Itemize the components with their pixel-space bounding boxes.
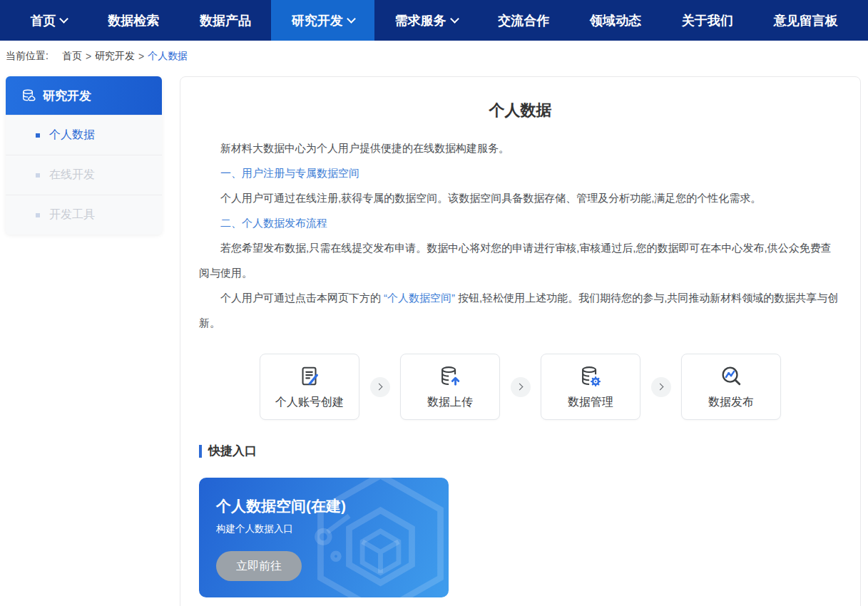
step-gap [640, 377, 681, 397]
personal-data-space-link[interactable]: “个人数据空间” [384, 292, 455, 304]
sidebar: 研究开发 个人数据 在线开发 开发工具 [6, 76, 162, 235]
nav-item-feedback-board[interactable]: 意见留言板 [753, 0, 858, 41]
nav-item-label: 研究开发 [292, 12, 343, 29]
nav-item-data-search[interactable]: 数据检索 [88, 0, 180, 41]
step-card-data-upload[interactable]: 数据上传 [400, 354, 500, 420]
step-card-account-creation[interactable]: 个人账号创建 [260, 354, 359, 420]
arrow-right-icon [651, 377, 671, 397]
arrow-right-icon [511, 377, 531, 397]
nav-item-exchange-cooperation[interactable]: 交流合作 [478, 0, 570, 41]
section-heading-2: 二、个人数据发布流程 [199, 210, 842, 235]
step-label: 数据发布 [708, 395, 754, 410]
chevron-down-icon [347, 14, 356, 24]
breadcrumb-label: 当前位置: [6, 50, 48, 63]
magnifier-chart-icon [719, 364, 743, 389]
go-now-button[interactable]: 立即前往 [216, 551, 302, 581]
breadcrumb-separator: > [138, 51, 144, 62]
intro-paragraph: 新材料大数据中心为个人用户提供便捷的在线数据构建服务。 [199, 135, 842, 160]
sidebar-item-online-dev[interactable]: 在线开发 [6, 155, 162, 195]
sidebar-item-label: 开发工具 [49, 207, 95, 222]
main-content-card: 个人数据 新材料大数据中心为个人用户提供便捷的在线数据构建服务。 一、用户注册与… [180, 76, 861, 606]
nav-item-label: 数据检索 [108, 12, 159, 29]
database-cloud-icon [21, 88, 36, 103]
chevron-down-icon [60, 14, 69, 24]
cta-paragraph: 个人用户可通过点击本网页下方的“个人数据空间”按钮,轻松使用上述功能。我们期待您… [199, 285, 842, 335]
document-edit-icon [297, 364, 322, 389]
breadcrumb-item-home[interactable]: 首页 [62, 50, 82, 63]
step-gap [359, 377, 400, 397]
nav-item-label: 关于我们 [682, 12, 733, 29]
nav-item-label: 交流合作 [498, 12, 549, 29]
arrow-right-icon [370, 377, 390, 397]
nav-item-field-news[interactable]: 领域动态 [570, 0, 662, 41]
sidebar-item-personal-data[interactable]: 个人数据 [6, 115, 162, 155]
sidebar-header-research-dev[interactable]: 研究开发 [6, 76, 162, 115]
sidebar-item-label: 在线开发 [49, 168, 95, 183]
section-body-1: 个人用户可通过在线注册,获得专属的数据空间。该数据空间具备数据存储、管理及分析功… [199, 185, 842, 210]
step-gap [500, 377, 541, 397]
cta-text-before: 个人用户可通过点击本网页下方的 [220, 292, 381, 304]
step-label: 个人账号创建 [275, 395, 344, 410]
bullet-icon [36, 173, 40, 178]
sidebar-item-dev-tools[interactable]: 开发工具 [6, 195, 162, 235]
nav-item-label: 首页 [30, 12, 56, 29]
article-body: 新材料大数据中心为个人用户提供便捷的在线数据构建服务。 一、用户注册与专属数据空… [199, 135, 842, 335]
breadcrumb-separator: > [86, 51, 91, 62]
step-label: 数据管理 [568, 395, 613, 410]
nav-item-data-products[interactable]: 数据产品 [180, 0, 272, 41]
nav-item-label: 数据产品 [200, 12, 251, 29]
nav-item-label: 需求服务 [395, 12, 446, 29]
nav-item-label: 领域动态 [590, 12, 641, 29]
quick-entry-title: 快捷入口 [208, 443, 257, 459]
breadcrumb-item-research-dev[interactable]: 研究开发 [95, 50, 135, 63]
top-navbar: 首页 数据检索 数据产品 研究开发 需求服务 交流合作 领域动态 关于我们 意见… [0, 0, 868, 41]
database-gear-icon [578, 364, 603, 389]
nav-item-home[interactable]: 首页 [10, 0, 88, 41]
bullet-icon [36, 133, 40, 138]
page-title: 个人数据 [199, 100, 842, 121]
nav-item-research-dev[interactable]: 研究开发 [271, 0, 374, 41]
nav-item-about-us[interactable]: 关于我们 [661, 0, 753, 41]
personal-data-space-card[interactable]: 个人数据空间(在建) 构建个人数据入口 立即前往 [199, 478, 449, 597]
quick-card-subtitle: 构建个人数据入口 [216, 523, 449, 535]
section-heading-1: 一、用户注册与专属数据空间 [199, 160, 842, 185]
breadcrumb-item-current: 个人数据 [148, 50, 188, 63]
quick-card-title: 个人数据空间(在建) [216, 496, 449, 516]
workflow-steps: 个人账号创建 数据上传 [199, 354, 842, 420]
sidebar-item-label: 个人数据 [49, 128, 95, 143]
database-upload-icon [438, 364, 462, 389]
section-bar-icon [199, 445, 202, 458]
breadcrumb: 当前位置: 首页 > 研究开发 > 个人数据 [0, 41, 868, 72]
page-layout: 研究开发 个人数据 在线开发 开发工具 个人数据 新材料大数据中心为个人用户提供… [0, 72, 868, 606]
chevron-down-icon [450, 14, 459, 24]
step-card-data-publish[interactable]: 数据发布 [681, 354, 781, 420]
nav-item-demand-services[interactable]: 需求服务 [374, 0, 478, 41]
sidebar-header-label: 研究开发 [43, 88, 91, 104]
step-label: 数据上传 [427, 395, 473, 410]
section-body-2: 若您希望发布数据,只需在线提交发布申请。数据中心将对您的申请进行审核,审核通过后… [199, 235, 842, 285]
bullet-icon [36, 213, 40, 217]
quick-entry-section-header: 快捷入口 [199, 443, 842, 459]
nav-item-label: 意见留言板 [774, 12, 838, 29]
step-card-data-management[interactable]: 数据管理 [541, 354, 640, 420]
